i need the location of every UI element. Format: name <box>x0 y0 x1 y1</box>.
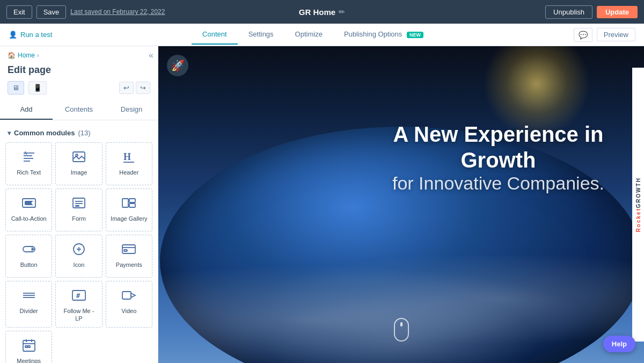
module-payments-label: Payments <box>116 261 142 268</box>
top-bar: Exit Save Last saved on February 22, 202… <box>0 0 644 24</box>
scroll-dot <box>400 322 402 326</box>
canvas-background: 🚀 GROWTH Rocket A New Experience in Grow… <box>158 46 644 363</box>
form-icon <box>71 195 86 210</box>
second-bar-right: 💬 Preview <box>574 28 635 42</box>
undo-redo-controls: ↩ ↪ <box>119 82 150 94</box>
last-saved-label: Last saved on February 22, 2022 <box>70 8 165 16</box>
svg-rect-14 <box>75 205 79 207</box>
payments-icon <box>121 242 136 257</box>
brand-rocket-text: Rocket <box>635 208 641 232</box>
svg-rect-23 <box>122 245 135 253</box>
mobile-view-button[interactable]: 📱 <box>28 81 47 95</box>
scroll-indicator <box>394 318 409 342</box>
svg-rect-25 <box>124 250 127 251</box>
update-button[interactable]: Update <box>597 6 638 18</box>
module-video[interactable]: Video <box>106 281 152 328</box>
tab-design[interactable]: Design <box>105 100 158 120</box>
module-follow-label: Follow Me - LP <box>60 307 97 323</box>
module-gallery[interactable]: Image Gallery <box>106 188 152 231</box>
module-divider-label: Divider <box>20 307 38 315</box>
module-rich-text-label: Rich Text <box>17 169 41 176</box>
preview-button[interactable]: Preview <box>597 28 635 41</box>
modules-grid: A Rich Text Image H Header <box>5 142 152 363</box>
tab-add[interactable]: Add <box>0 100 53 120</box>
tab-publishing[interactable]: Publishing Options NEW <box>333 25 434 45</box>
module-follow-me[interactable]: # Follow Me - LP <box>55 281 102 328</box>
follow-icon: # <box>71 288 86 303</box>
svg-rect-31 <box>122 292 131 299</box>
edit-icon[interactable]: ✏ <box>339 8 345 16</box>
brand-sidebar: GROWTH Rocket <box>632 68 644 342</box>
modules-header[interactable]: ▾ Common modules (13) <box>5 126 152 142</box>
divider-icon <box>21 288 36 303</box>
module-meetings-label: Meetings <box>17 357 41 363</box>
tab-optimize[interactable]: Optimize <box>284 25 333 45</box>
rocket-icon: 🚀 <box>167 55 188 76</box>
desktop-view-button[interactable]: 🖥 <box>8 81 24 95</box>
meetings-icon <box>21 338 36 353</box>
undo-button[interactable]: ↩ <box>119 82 134 94</box>
module-cta[interactable]: Call-to-Action <box>5 188 52 231</box>
hero-text-block: A New Experience in Growth for Innovativ… <box>377 121 620 193</box>
module-form-label: Form <box>72 215 86 222</box>
module-header[interactable]: H Header <box>106 142 152 185</box>
module-image[interactable]: Image <box>55 142 102 185</box>
run-test-button[interactable]: 👤 Run a test <box>9 31 52 39</box>
svg-text:#: # <box>76 292 80 300</box>
rich-text-icon: A <box>21 149 36 164</box>
module-gallery-label: Image Gallery <box>111 215 147 222</box>
module-divider[interactable]: Divider <box>5 281 52 328</box>
module-button-label: Button <box>20 261 38 268</box>
module-button[interactable]: Button <box>5 235 52 278</box>
gallery-icon <box>121 195 136 210</box>
collapse-panel-button[interactable]: « <box>149 50 153 60</box>
image-icon <box>71 149 86 164</box>
svg-marker-32 <box>131 293 135 297</box>
breadcrumb-separator: › <box>37 52 39 59</box>
exit-button[interactable]: Exit <box>6 5 32 19</box>
comment-button[interactable]: 💬 <box>574 28 592 42</box>
header-icon: H <box>121 149 136 164</box>
modules-section: ▾ Common modules (13) A Rich Text <box>0 120 158 363</box>
tab-settings[interactable]: Settings <box>238 25 284 45</box>
module-payments[interactable]: Payments <box>106 235 152 278</box>
nav-tabs: Content Settings Optimize Publishing Opt… <box>192 25 434 45</box>
panel-tabs: Add Contents Design <box>0 100 158 120</box>
second-bar: 👤 Run a test Content Settings Optimize P… <box>0 24 644 46</box>
tab-contents[interactable]: Contents <box>53 100 105 120</box>
help-button[interactable]: Help <box>603 336 635 352</box>
module-form[interactable]: Form <box>55 188 102 231</box>
redo-button[interactable]: ↪ <box>136 82 150 94</box>
svg-rect-16 <box>129 199 135 202</box>
module-header-label: Header <box>119 169 138 176</box>
chevron-down-icon: ▾ <box>8 129 11 137</box>
module-icon[interactable]: Icon <box>55 235 102 278</box>
top-bar-center: GR Home ✏ <box>299 8 345 17</box>
modules-count: (13) <box>78 129 90 137</box>
module-video-label: Video <box>121 307 136 315</box>
user-icon: 👤 <box>9 31 17 39</box>
main-layout: « 🏠 Home › Edit page 🖥 📱 ↩ ↪ Add Content… <box>0 46 644 363</box>
cta-icon <box>21 195 36 210</box>
new-badge: NEW <box>407 32 423 38</box>
svg-rect-37 <box>25 346 27 347</box>
hero-subheading: for Innovative Companies. <box>377 172 620 193</box>
svg-text:A: A <box>24 150 27 156</box>
tab-content[interactable]: Content <box>192 25 238 45</box>
module-meetings[interactable]: Meetings <box>5 331 52 363</box>
brand-growth-text: GROWTH <box>635 177 641 208</box>
svg-rect-17 <box>129 204 135 207</box>
module-rich-text[interactable]: A Rich Text <box>5 142 52 185</box>
svg-text:H: H <box>123 151 131 162</box>
view-controls: 🖥 📱 ↩ ↪ <box>0 81 158 100</box>
hero-heading: A New Experience in Growth <box>377 121 620 172</box>
save-button[interactable]: Save <box>36 5 67 19</box>
breadcrumb-home[interactable]: Home <box>18 52 35 59</box>
modules-title: Common modules <box>14 129 75 137</box>
module-image-label: Image <box>71 169 87 176</box>
svg-rect-38 <box>28 346 30 347</box>
unpublish-button[interactable]: Unpublish <box>545 5 592 19</box>
top-bar-right: Unpublish Update <box>545 5 638 19</box>
module-cta-label: Call-to-Action <box>11 215 47 222</box>
earth-clouds <box>160 256 643 363</box>
